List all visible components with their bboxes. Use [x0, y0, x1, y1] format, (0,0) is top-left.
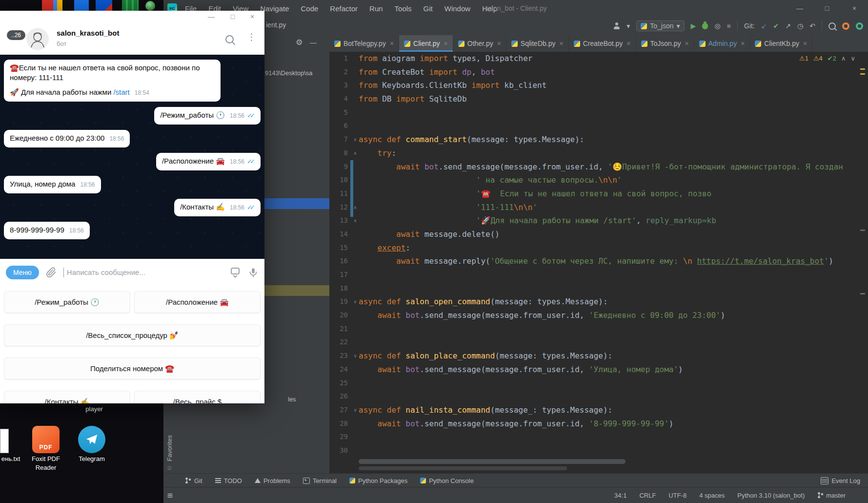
telegram-desktop-icon[interactable]	[78, 426, 105, 453]
close-icon[interactable]: ×	[559, 40, 563, 47]
tab-ClientKb.py[interactable]: ClientKb.py×	[750, 35, 812, 52]
text-file-icon[interactable]	[0, 429, 9, 453]
tab-CreateBot.py[interactable]: CreateBot.py×	[569, 35, 636, 52]
code-line-13[interactable]: 13∧ '🚀Для начала работы нажми /start', r…	[329, 214, 868, 228]
menu-button[interactable]: Меню	[6, 266, 39, 279]
next-problem-icon[interactable]: ∨	[850, 55, 855, 62]
code-line-18[interactable]: 18	[329, 282, 868, 295]
close-icon[interactable]: ×	[685, 40, 689, 47]
git-update-button[interactable]: ↙	[761, 22, 767, 30]
tab-Other.py[interactable]: Other.py×	[453, 35, 506, 52]
project-root-path[interactable]: 9143\Desktop\sa	[265, 69, 313, 77]
code-line-19[interactable]: 19∨async def salon_open_command(message:…	[329, 295, 868, 309]
profiler-icon[interactable]	[856, 22, 863, 30]
minimize-icon[interactable]: —	[205, 13, 218, 21]
code-line-26[interactable]: 26	[329, 390, 868, 403]
code-line-6[interactable]: 6	[329, 119, 868, 133]
code-line-7[interactable]: 7∨async def command_start(message: types…	[329, 133, 868, 147]
tab-SqliteDb.py[interactable]: SqliteDb.py×	[506, 35, 569, 52]
collapse-icon[interactable]: —	[310, 39, 317, 46]
chat-header[interactable]: salon_krasoti_bot бот ⋮	[0, 24, 264, 55]
close-icon[interactable]: ×	[626, 40, 630, 47]
fold-icon[interactable]: ∨	[354, 133, 357, 147]
code-line-20[interactable]: 20 await bot.send_message(message.from_u…	[329, 309, 868, 322]
code-line-29[interactable]: 29	[329, 430, 868, 444]
close-icon[interactable]: ×	[841, 4, 868, 12]
stop-button[interactable]: ■	[727, 22, 731, 30]
gear-icon[interactable]: ⚙	[296, 38, 303, 47]
toolwindow-switcher-icon[interactable]: ⊞	[167, 492, 173, 499]
menu-refactor[interactable]: Refactor	[330, 4, 358, 13]
code-editor[interactable]: 1from aiogram import types, Dispatcher2f…	[329, 52, 868, 474]
code-line-27[interactable]: 27∨async def nail_insta_command(message_…	[329, 403, 868, 417]
code-line-12[interactable]: 12∧ '111-111\n\n'	[329, 201, 868, 214]
avatar[interactable]	[26, 28, 49, 50]
message-list[interactable]: ☎️Если ты не нашел ответа на свой вопрос…	[0, 55, 264, 259]
menu-git[interactable]: Git	[424, 4, 433, 13]
keyboard-button[interactable]: Поделиться номером ☎️	[4, 357, 261, 379]
code-line-21[interactable]: 21	[329, 322, 868, 336]
update-indicator-icon[interactable]	[842, 22, 849, 30]
error-stripe-mark[interactable]	[860, 73, 865, 75]
code-line-4[interactable]: 4from DB import SqliteDb	[329, 92, 868, 106]
error-stripe-mark[interactable]	[860, 68, 865, 70]
start-command-link[interactable]: /start	[113, 88, 129, 96]
code-line-3[interactable]: 3from Keyboards.ClientKb import kb_clien…	[329, 79, 868, 92]
code-line-2[interactable]: 2from CreateBot import dp, bot	[329, 65, 868, 79]
keyboard-button[interactable]: /Контакты ✍️	[4, 391, 130, 403]
paperclip-icon[interactable]	[46, 267, 57, 278]
code-line-15[interactable]: 15 except:	[329, 241, 868, 255]
status-item[interactable]: CRLF	[639, 492, 656, 499]
menu-navigate[interactable]: Navigate	[260, 4, 289, 13]
maximize-icon[interactable]: □	[226, 13, 239, 21]
inspections-widget[interactable]: ⚠1 ⚠4 ✔2 ∧ ∨	[799, 55, 855, 62]
status-item[interactable]: Python 3.10 (salon_bot)	[737, 492, 805, 499]
user-caret-icon[interactable]: ▾	[626, 22, 630, 30]
status-item[interactable]: 4 spaces	[699, 492, 725, 499]
keyboard-button[interactable]: /Расположение 🚘	[134, 291, 261, 313]
git-branch-widget[interactable]: master	[817, 492, 846, 499]
error-stripe-mark[interactable]	[860, 293, 865, 294]
code-line-8[interactable]: 8∧ try:	[329, 147, 868, 160]
git-history-button[interactable]: ◷	[797, 22, 803, 30]
git-commit-button[interactable]: ✔	[773, 22, 779, 30]
code-line-23[interactable]: 23∨async def salon_place_command(message…	[329, 349, 868, 363]
microphone-icon[interactable]	[248, 267, 259, 278]
search-icon[interactable]	[225, 35, 234, 43]
git-rollback-button[interactable]: ↶	[809, 22, 815, 30]
message-input[interactable]: Написать сообщение...	[67, 268, 145, 276]
run-configuration-select[interactable]: To_json ▾	[636, 21, 684, 31]
tab-Admin.py[interactable]: Admin.py×	[694, 35, 750, 52]
prev-problem-icon[interactable]: ∧	[841, 55, 846, 62]
toolwindow-python-packages[interactable]: Python Packages	[349, 477, 407, 484]
git-push-button[interactable]: ↗	[785, 22, 791, 30]
code-line-9[interactable]: 9 await bot.send_message(message.from_us…	[329, 160, 868, 174]
user-icon[interactable]	[613, 22, 620, 29]
close-icon[interactable]: ×	[246, 13, 259, 21]
code-line-1[interactable]: 1from aiogram import types, Dispatcher	[329, 52, 868, 65]
tab-BotTelegpy.py[interactable]: BotTelegpy.py×	[329, 35, 399, 52]
tab-ToJson.py[interactable]: ToJson.py×	[636, 35, 694, 52]
more-icon[interactable]: ⋮	[247, 31, 256, 42]
status-item[interactable]: 34:1	[614, 492, 626, 499]
fold-icon[interactable]: ∨	[354, 349, 357, 363]
code-line-16[interactable]: 16 await message.reply('Общение с ботом …	[329, 254, 868, 268]
code-line-11[interactable]: 11 '☎️ Если ты не нашел ответа на свой в…	[329, 187, 868, 201]
menu-tools[interactable]: Tools	[395, 4, 412, 13]
search-everywhere-icon[interactable]	[828, 22, 836, 30]
menu-window[interactable]: Window	[444, 4, 470, 13]
favorites-toolwindow-button[interactable]: Favorites	[166, 435, 173, 461]
url-link[interactable]: https://t.me/salon_kras_bot	[697, 256, 824, 266]
horizontal-scrollbar-thumb[interactable]	[359, 466, 567, 470]
coverage-button[interactable]: ◎	[714, 22, 720, 30]
toolwindow-todo[interactable]: TODO	[215, 477, 242, 484]
code-line-24[interactable]: 24 await bot.send_message(message.from_u…	[329, 363, 868, 377]
keyboard-button[interactable]: /Режим_работы 🕐	[4, 291, 130, 313]
code-line-14[interactable]: 14 await message.delete()	[329, 228, 868, 241]
code-line-22[interactable]: 22	[329, 335, 868, 349]
keyboard-button[interactable]: /Весь_прайс $	[134, 391, 261, 403]
menu-run[interactable]: Run	[369, 4, 383, 13]
project-item-fragment[interactable]: les	[288, 396, 296, 403]
status-item[interactable]: UTF-8	[668, 492, 686, 499]
toolwindow-terminal[interactable]: Terminal	[303, 477, 337, 484]
